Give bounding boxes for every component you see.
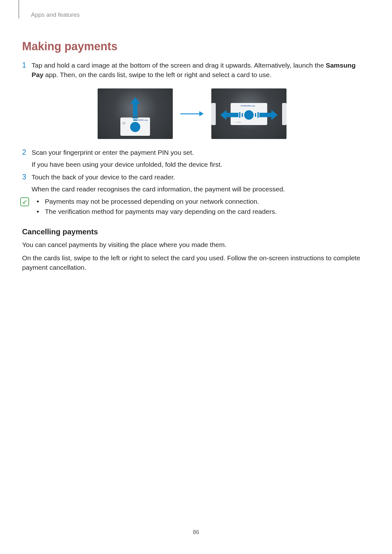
- step-3: 3 Touch the back of your device to the c…: [22, 172, 362, 182]
- screen-drag-up: SAMSUNG pay: [98, 88, 173, 139]
- step-1-text: Tap and hold a card image at the bottom …: [32, 61, 362, 80]
- subsection-heading: Cancelling payments: [22, 227, 362, 236]
- note-list: Payments may not be processed depending …: [37, 196, 277, 217]
- card-chip-icon: [122, 122, 125, 124]
- note-icon: [20, 197, 29, 206]
- note-block: Payments may not be processed depending …: [20, 196, 362, 217]
- card-number: ···· 0123: [234, 121, 241, 123]
- instruction-figures: SAMSUNG pay SAMSUN: [22, 88, 362, 139]
- card-brand: SAMSUNG pay: [241, 105, 255, 107]
- step-3-line2: When the card reader recognises the card…: [32, 184, 362, 194]
- header-rule: [18, 0, 19, 18]
- screen-swipe-cards: SAMSUNG pay ···· 0123: [211, 88, 286, 139]
- text: app. Then, on the cards list, swipe to t…: [43, 71, 271, 78]
- step-1: 1 Tap and hold a card image at the botto…: [22, 61, 362, 80]
- paragraph: You can cancel payments by visiting the …: [22, 240, 362, 250]
- note-item: Payments may not be processed depending …: [37, 196, 277, 207]
- step-2-line2: If you have been using your device unfol…: [32, 160, 362, 169]
- step-2: 2 Scan your fingerprint or enter the pay…: [22, 148, 362, 157]
- swipe-arrows-icon: [211, 110, 286, 120]
- transition-arrow-icon: [180, 111, 204, 116]
- step-number: 2: [22, 148, 32, 157]
- section-title: Making payments: [22, 40, 362, 53]
- step-number: 1: [22, 61, 32, 80]
- paragraph: On the cards list, swipe to the left or …: [22, 253, 362, 272]
- page-number: 86: [0, 529, 392, 536]
- step-3-line1: Touch the back of your device to the car…: [32, 172, 175, 182]
- text: Tap and hold a card image at the bottom …: [32, 62, 326, 69]
- drag-up-arrow-icon: [130, 97, 140, 132]
- step-number: 3: [22, 172, 32, 182]
- step-2-line1: Scan your fingerprint or enter the payme…: [32, 148, 194, 157]
- note-item: The verification method for payments may…: [37, 207, 277, 217]
- breadcrumb: Apps and features: [31, 11, 362, 18]
